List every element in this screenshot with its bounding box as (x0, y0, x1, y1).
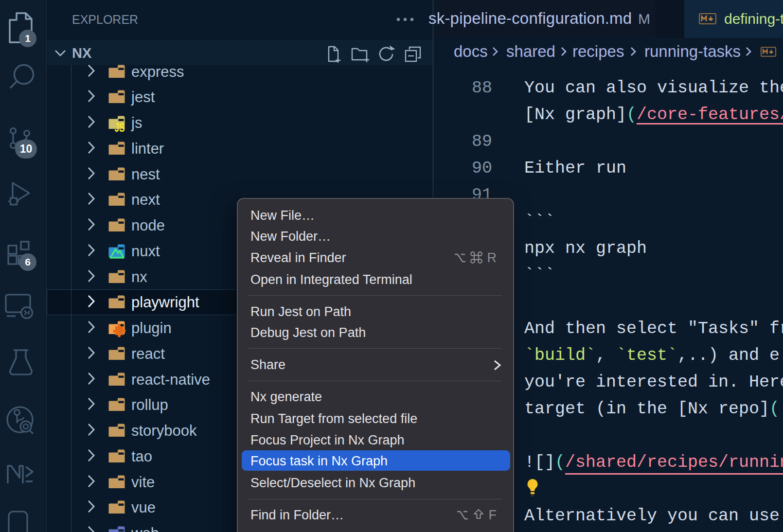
svg-text:JS: JS (115, 120, 125, 135)
